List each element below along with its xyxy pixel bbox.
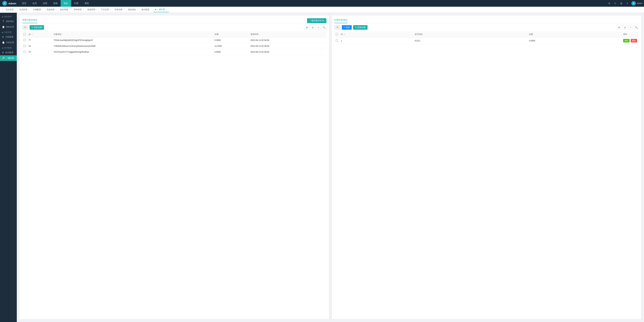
sidebar-item-collect-addr[interactable]: 📍 收款地址 xyxy=(0,19,17,24)
nav-agent[interactable]: 代理 xyxy=(71,0,82,7)
tab-close[interactable]: × xyxy=(83,9,84,10)
nav-home[interactable]: 首页 xyxy=(19,0,30,7)
row-check[interactable] xyxy=(334,37,340,44)
delete-btn[interactable]: 删除 xyxy=(631,39,637,42)
sidebar-item-collect-record[interactable]: 📋 收款记录 xyxy=(0,24,17,30)
tab-close[interactable]: × xyxy=(42,9,43,10)
tab-nav-right[interactable]: › xyxy=(640,7,643,13)
nav-operation[interactable]: 运营 xyxy=(40,0,50,7)
sidebar-item-pay-record[interactable]: 📋 付款记录 xyxy=(0,40,17,45)
tab-split-config[interactable]: 分佣配置 × xyxy=(31,7,45,12)
tab-backend[interactable]: 后台首页 × xyxy=(4,7,18,12)
update-balance-btn-left[interactable]: ↻ 更新余额 xyxy=(30,25,44,30)
cell-update-time: 2022-06-13 02:38:06 xyxy=(249,49,326,55)
add-icon: + xyxy=(344,26,345,28)
col-id-left: ID ⇅ xyxy=(27,31,52,37)
row-check[interactable] xyxy=(22,49,27,55)
row-checkbox[interactable] xyxy=(24,39,26,41)
one-key-icon: ⚑ xyxy=(322,20,324,22)
tab-label: 开奖结果 xyxy=(114,8,122,11)
cell-balance: 11.5300 xyxy=(213,43,249,49)
grid-view-btn[interactable]: ⊞ xyxy=(304,25,309,30)
tab-open-result[interactable]: 开奖结果 × xyxy=(113,7,126,12)
nav-member[interactable]: 会员 xyxy=(30,0,40,7)
tab-recharge[interactable]: 充值列表 × xyxy=(45,7,58,12)
close-icon[interactable]: ✕ xyxy=(625,1,630,5)
refresh-icon[interactable]: ↻ xyxy=(613,1,617,5)
cell-coin-addr: 41221 xyxy=(414,37,528,44)
export-btn[interactable]: ⇩ xyxy=(316,25,321,30)
row-check[interactable] xyxy=(22,37,27,43)
sidebar-item-label: 收款记录 xyxy=(6,25,14,28)
sort-icon-id: ⇅ xyxy=(32,33,33,35)
tab-close[interactable]: × xyxy=(96,9,97,10)
cell-balance: 0.0000 xyxy=(213,49,249,55)
refresh-button-left[interactable]: ↻ xyxy=(22,25,28,29)
tab-one-collect[interactable]: 一键归集 × xyxy=(153,7,169,12)
refresh-button-right[interactable]: ↻ xyxy=(334,25,340,29)
tab-close[interactable]: × xyxy=(137,9,138,10)
tab-active-dot xyxy=(155,9,156,10)
sidebar-item-label: 付款配置 xyxy=(6,35,14,38)
add-btn[interactable]: + 添加 xyxy=(342,25,352,30)
tab-label: 分佣配置 xyxy=(33,8,41,11)
group-title: 付款管理 xyxy=(4,31,12,33)
row-check[interactable] xyxy=(22,43,27,49)
one-key-btn-label: 一键归集所有 xyxy=(310,19,322,22)
nav-game[interactable]: 游戏 xyxy=(50,0,61,7)
tab-reg-record[interactable]: 下注记录 × xyxy=(99,7,113,12)
nav-system[interactable]: 系统 xyxy=(82,0,92,7)
refresh-icon-right: ↻ xyxy=(336,26,338,28)
edit-btn[interactable]: 编辑 xyxy=(623,39,630,42)
tab-game-mgmt[interactable]: 游戏管理 × xyxy=(86,7,99,12)
tab-close[interactable]: × xyxy=(150,9,152,10)
sidebar-group-collect-mgmt: ■ 收款管理 xyxy=(0,14,17,19)
search-btn-left[interactable]: 🔍 xyxy=(322,25,326,30)
sidebar-item-pay-setting[interactable]: ⚙ 收付配置 xyxy=(0,50,17,55)
cell-collect-addr: TVBS6EAE8ca1X1oKJZsy5GeHcunxUyUhNW xyxy=(52,43,213,49)
select-all-checkbox-right[interactable] xyxy=(336,33,338,35)
nav-address[interactable]: 地址 xyxy=(61,0,71,7)
user-profile[interactable]: A admin xyxy=(632,1,642,5)
cell-balance: 0.0000 xyxy=(213,37,249,43)
select-all-checkbox-left[interactable] xyxy=(24,33,26,35)
tab-close[interactable]: × xyxy=(166,8,167,10)
one-key-collect-btn[interactable]: 一键归集所有 ⚑ xyxy=(307,18,326,23)
sidebar-item-pay-config[interactable]: ⚙ 付款配置 xyxy=(0,34,17,40)
settings-icon[interactable]: ⚙ xyxy=(607,1,611,5)
cell-action: 编辑 删除 xyxy=(622,37,638,44)
tab-close[interactable]: × xyxy=(56,9,56,10)
tab-close[interactable]: × xyxy=(110,9,111,10)
tab-coin-mgmt[interactable]: 币种管理 × xyxy=(72,7,86,12)
tab-label: 一键归集 xyxy=(157,8,165,11)
tab-close[interactable]: × xyxy=(28,9,30,10)
nav-right-area: ⚙ ↻ 🗑 ✕ A admin xyxy=(607,1,642,5)
update-balance-btn-right[interactable]: ↻ 更新余额 xyxy=(353,25,368,30)
sidebar-item-one-collect[interactable]: 🔑 一键归集 xyxy=(0,55,17,61)
delete-icon[interactable]: 🗑 xyxy=(619,1,623,5)
tab-pay-config[interactable]: 收付配置 × xyxy=(140,7,153,12)
tab-close[interactable]: × xyxy=(15,9,16,10)
export-btn-right[interactable]: ⇩ xyxy=(628,25,633,30)
sidebar-group-pay-mgmt: ■ 付款管理 xyxy=(0,30,17,34)
tab-label: 划转明细 xyxy=(60,8,68,11)
col-balance-right: 余额 xyxy=(528,31,622,37)
cell-balance: 0.0000 xyxy=(528,37,622,44)
search-btn-right[interactable]: 🔍 xyxy=(634,25,638,30)
print-btn[interactable]: 🖨 xyxy=(310,25,315,30)
tab-close[interactable]: × xyxy=(124,9,124,10)
tab-close[interactable]: × xyxy=(69,9,70,10)
tab-member-list[interactable]: 会员列表 × xyxy=(18,7,31,12)
row-checkbox[interactable] xyxy=(24,51,26,53)
username: admin xyxy=(637,2,642,4)
col-balance-left: 余额 xyxy=(213,31,249,37)
tab-nav-left[interactable]: ‹ xyxy=(1,7,4,13)
tab-collect-addr[interactable]: 收款地址 × xyxy=(126,7,140,12)
row-checkbox[interactable] xyxy=(336,39,338,42)
grid-view-btn-right[interactable]: ⊞ xyxy=(617,25,622,30)
left-table-wrapper: ID ⇅ 归集地址 余额 更新时间 xyxy=(20,31,329,319)
left-panel: 需要归集的地址 一键归集所有 ⚑ ↻ ↻ 更新余额 xyxy=(20,15,329,319)
row-checkbox[interactable] xyxy=(24,45,26,47)
print-btn-right[interactable]: 🖨 xyxy=(622,25,627,30)
tab-transfer[interactable]: 划转明细 × xyxy=(58,7,72,12)
